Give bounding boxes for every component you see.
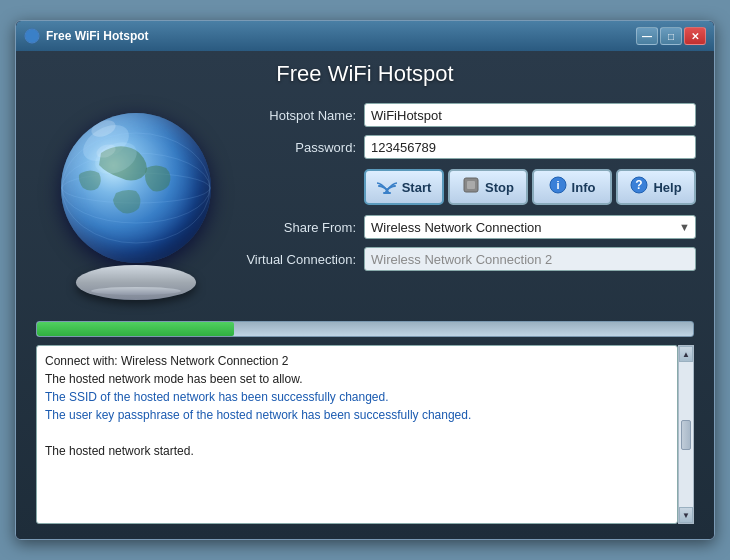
log-line: Connect with: Wireless Network Connectio…: [45, 352, 669, 370]
progress-bar-fill: [37, 322, 234, 336]
password-input[interactable]: [364, 135, 696, 159]
svg-rect-8: [383, 192, 391, 194]
progress-bar-background: [36, 321, 694, 337]
wifi-icon: [377, 176, 397, 198]
scroll-down-button[interactable]: ▼: [679, 507, 693, 523]
log-line: The hosted network started.: [45, 442, 669, 460]
form-area: Hotspot Name: Password:: [246, 103, 696, 313]
window-body: Free WiFi Hotspot: [16, 51, 714, 539]
start-label: Start: [402, 180, 432, 195]
svg-text:?: ?: [636, 178, 643, 192]
stop-label: Stop: [485, 180, 514, 195]
scrollbar: ▲ ▼: [678, 345, 694, 524]
globe-area: [36, 103, 236, 313]
action-buttons: Start Stop: [364, 169, 696, 205]
stop-icon: [462, 176, 480, 198]
share-from-wrapper: Wireless Network Connection Wireless Net…: [364, 215, 696, 239]
title-bar: Free WiFi Hotspot — □ ✕: [16, 21, 714, 51]
help-label: Help: [653, 180, 681, 195]
share-from-select[interactable]: Wireless Network Connection Wireless Net…: [364, 215, 696, 239]
stop-button[interactable]: Stop: [448, 169, 528, 205]
virtual-connection-label: Virtual Connection:: [246, 252, 356, 267]
info-icon: i: [549, 176, 567, 198]
minimize-button[interactable]: —: [636, 27, 658, 45]
share-from-row: Share From: Wireless Network Connection …: [246, 215, 696, 239]
scroll-track: [679, 362, 693, 507]
title-bar-left: Free WiFi Hotspot: [24, 28, 149, 44]
hotspot-name-row: Hotspot Name:: [246, 103, 696, 127]
window-controls: — □ ✕: [636, 27, 706, 45]
info-button[interactable]: i Info: [532, 169, 612, 205]
log-output[interactable]: Connect with: Wireless Network Connectio…: [36, 345, 678, 524]
globe-graphic: [61, 113, 211, 263]
hotspot-name-input[interactable]: [364, 103, 696, 127]
app-title: Free WiFi Hotspot: [276, 61, 453, 87]
info-label: Info: [572, 180, 596, 195]
log-line: The user key passphrase of the hosted ne…: [45, 406, 669, 424]
password-row: Password:: [246, 135, 696, 159]
globe-container: [51, 113, 221, 313]
close-button[interactable]: ✕: [684, 27, 706, 45]
progress-area: [36, 321, 694, 337]
help-icon: ?: [630, 176, 648, 198]
log-line: The hosted network mode has been set to …: [45, 370, 669, 388]
share-from-label: Share From:: [246, 220, 356, 235]
svg-rect-10: [467, 181, 475, 189]
log-area-container: Connect with: Wireless Network Connectio…: [36, 345, 694, 524]
password-label: Password:: [246, 140, 356, 155]
log-line: [45, 424, 669, 442]
scroll-thumb[interactable]: [681, 420, 691, 450]
main-window: Free WiFi Hotspot — □ ✕ Free WiFi Hotspo…: [15, 20, 715, 540]
scroll-up-button[interactable]: ▲: [679, 346, 693, 362]
window-title: Free WiFi Hotspot: [46, 29, 149, 43]
maximize-button[interactable]: □: [660, 27, 682, 45]
hotspot-name-label: Hotspot Name:: [246, 108, 356, 123]
app-icon: [24, 28, 40, 44]
main-content: Hotspot Name: Password:: [36, 103, 694, 313]
start-button[interactable]: Start: [364, 169, 444, 205]
globe-stand: [76, 265, 196, 300]
svg-text:i: i: [556, 179, 559, 191]
virtual-connection-input: [364, 247, 696, 271]
log-line: The SSID of the hosted network has been …: [45, 388, 669, 406]
help-button[interactable]: ? Help: [616, 169, 696, 205]
virtual-connection-row: Virtual Connection:: [246, 247, 696, 271]
